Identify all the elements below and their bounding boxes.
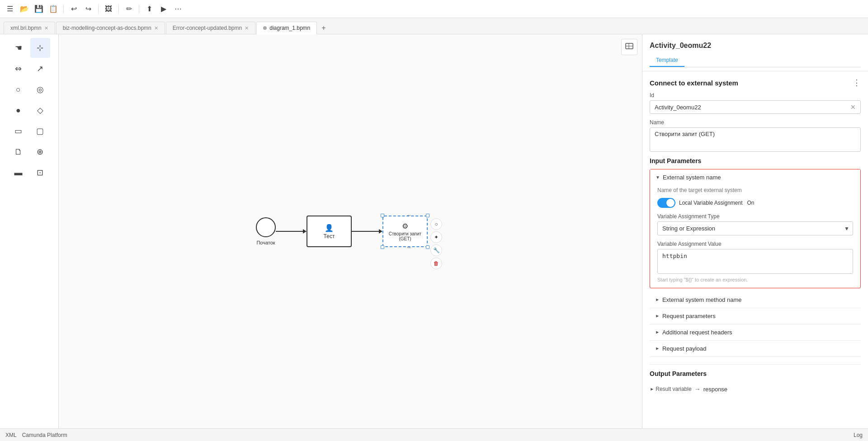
circle-tool[interactable]: ○ (9, 80, 28, 99)
var-type-select[interactable]: String or Expression (657, 221, 853, 235)
local-var-toggle[interactable] (657, 198, 675, 208)
group-request-payload-header[interactable]: ▼ Request payload (650, 341, 861, 357)
props-body: Connect to external system ⋮ Id ✕ Name С… (642, 71, 868, 428)
start-event[interactable] (256, 217, 276, 237)
tab-label: xml.bri.bpmn (10, 25, 42, 31)
tab-close-icon[interactable]: ✕ (154, 25, 158, 31)
minimap-button[interactable] (621, 39, 637, 55)
group-external-system-name-body: Name of the target external system Local… (650, 185, 860, 288)
section-connect-label: Connect to external system (650, 79, 738, 87)
tab-close-icon[interactable]: ✕ (245, 25, 249, 31)
props-tab-template[interactable]: Template (650, 54, 684, 67)
id-clear-icon[interactable]: ✕ (850, 103, 856, 111)
arrow-external-method: ▼ (655, 298, 660, 302)
section-more-button[interactable]: ⋮ (853, 79, 861, 87)
result-label-text: ▼ Result variable (650, 386, 692, 392)
section-connect: Connect to external system ⋮ (650, 79, 861, 87)
input-params-section: Input Parameters ▼ External system name … (650, 157, 861, 357)
task-delete-action[interactable]: 🗑 (430, 258, 442, 269)
group-request-params-header[interactable]: ▼ Request parameters (650, 308, 861, 324)
edit-button[interactable]: ✏ (123, 3, 135, 15)
toggle-row: Local Variable Assignment On (657, 198, 853, 208)
name-input[interactable]: Створити запит (GET) (655, 131, 856, 149)
task-append-action[interactable]: ○ (430, 218, 442, 230)
group-external-method: ▼ External system method name (650, 292, 861, 308)
tab-inactive-2[interactable]: biz-modelling-concept-as-docs.bpmn ✕ (56, 22, 165, 34)
handle-tl (381, 214, 384, 217)
lasso-tool[interactable]: ↗ (30, 59, 50, 79)
task-circle-tool[interactable]: ● (9, 100, 28, 120)
toolbar: ☰ 📂 💾 📋 ↩ ↪ 🖼 ✏ ⬆ ▶ ⋯ (0, 0, 868, 18)
cylinder-tool[interactable]: ⊕ (30, 142, 50, 162)
redo-button[interactable]: ↪ (82, 3, 94, 15)
tab-inactive-3[interactable]: Error-concept-updated.bpmn ✕ (166, 22, 255, 34)
select-tool[interactable]: ⊹ (30, 38, 50, 58)
sequence-flow-1 (276, 229, 307, 234)
group-request-payload-label: Request payload (662, 345, 707, 352)
var-hint: Start typing "${}" to create an expressi… (657, 277, 853, 282)
tab-active[interactable]: diagram_1.bpmn (256, 22, 317, 34)
arrow-external-system-name: ▼ (656, 175, 660, 180)
menu-button[interactable]: ☰ (4, 3, 16, 15)
tab-close-icon[interactable]: ✕ (44, 25, 48, 31)
status-left: XML Camunda Platform (5, 432, 67, 438)
main-area: ☚ ⊹ ⇔ ↗ ○ ◎ ● ◇ ▭ ▢ 🗋 ⊕ ▬ ⊡ (0, 34, 868, 428)
rounded-rect-tool[interactable]: ▢ (30, 121, 50, 141)
save-button[interactable]: 💾 (33, 3, 45, 15)
export-button[interactable]: 📋 (47, 3, 60, 15)
group-request-payload: ▼ Request payload (650, 341, 861, 357)
canvas-area[interactable]: Properties Panel Початок 👤 (59, 34, 642, 428)
tab-inactive-1[interactable]: xml.bri.bpmn ✕ (4, 22, 55, 34)
user-task[interactable]: 👤 Тест (307, 216, 352, 247)
more-button[interactable]: ⋯ (172, 3, 184, 15)
tool-row-7: ▬ ⊡ (2, 163, 57, 183)
group-external-method-header[interactable]: ▼ External system method name (650, 292, 861, 308)
user-task-label: Тест (324, 233, 335, 239)
start-event-container: Початок (256, 217, 276, 245)
tab-add-button[interactable]: + (318, 22, 329, 34)
tab-dot (263, 26, 267, 30)
status-platform: Camunda Platform (22, 432, 67, 438)
open-button[interactable]: 📂 (18, 3, 31, 15)
circle-dashed-tool[interactable]: ◎ (30, 80, 50, 99)
diagram-flow: Початок 👤 Тест (256, 216, 428, 247)
task-connect-action[interactable]: ✦ (430, 231, 442, 243)
group-external-system-name: ▼ External system name Name of the targe… (650, 169, 861, 288)
split-tool[interactable]: ⇔ (9, 59, 28, 79)
play-button[interactable]: ▶ (157, 3, 170, 15)
image-button[interactable]: 🖼 (102, 3, 115, 15)
tool-row-4: ● ◇ (2, 100, 57, 120)
tabs-bar: xml.bri.bpmn ✕ biz-modelling-concept-as-… (0, 18, 868, 34)
document-tool[interactable]: 🗋 (9, 142, 28, 162)
tool-row-5: ▭ ▢ (2, 121, 57, 141)
group-additional-headers-label: Additional request headers (662, 329, 732, 336)
group-request-params-label: Request parameters (662, 313, 716, 319)
dashed-select-tool[interactable]: ⊡ (30, 163, 50, 183)
diamond-tool[interactable]: ◇ (30, 100, 50, 120)
tool-row-1: ☚ ⊹ (2, 38, 57, 58)
log-button[interactable]: Log (854, 432, 863, 438)
result-arrow-icon: ▼ (649, 387, 654, 392)
tool-row-2: ⇔ ↗ (2, 59, 57, 79)
flow-arrowhead-2 (379, 229, 382, 234)
var-value-input[interactable]: httpbin (657, 249, 853, 274)
rect-small-tool[interactable]: ▬ (9, 163, 28, 183)
upload-button[interactable]: ⬆ (143, 3, 156, 15)
id-input[interactable] (655, 104, 850, 111)
user-task-icon: 👤 (325, 224, 334, 232)
properties-panel: Activity_0eomu22 Template Connect to ext… (642, 34, 868, 428)
var-type-select-wrapper: String or Expression ▼ (657, 221, 853, 235)
user-task-container: 👤 Тест (307, 216, 352, 247)
hand-tool[interactable]: ☚ (9, 38, 28, 58)
service-task[interactable]: ⚙ Створити запит(GET) ○ ✦ 🔧 🗑 (382, 216, 428, 247)
external-system-sub-label: Name of the target external system (657, 187, 853, 193)
tab-label: biz-modelling-concept-as-docs.bpmn (63, 25, 151, 31)
flow-line-1 (276, 231, 303, 232)
group-external-system-name-header[interactable]: ▼ External system name (650, 169, 860, 185)
service-task-label: Створити запит(GET) (387, 231, 423, 241)
task-wrench-action[interactable]: 🔧 (430, 244, 442, 256)
group-additional-headers-header[interactable]: ▼ Additional request headers (650, 324, 861, 340)
divider-1 (63, 5, 64, 14)
undo-button[interactable]: ↩ (67, 3, 80, 15)
rectangle-tool[interactable]: ▭ (9, 121, 28, 141)
